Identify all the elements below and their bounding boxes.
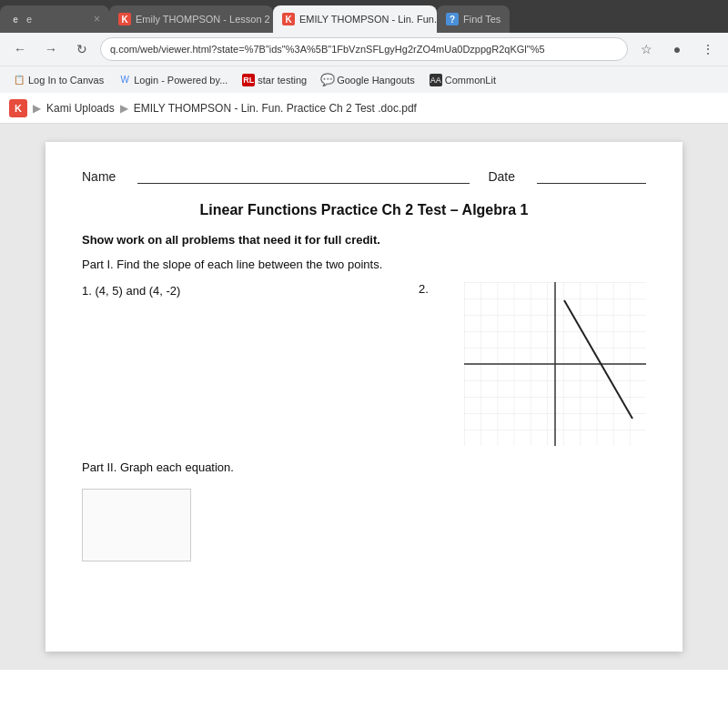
problem1-number: 1.: [82, 284, 92, 298]
browser-chrome: e e × K Emily THOMPSON - Lesson 2 Li... …: [0, 0, 728, 93]
filepath-folder[interactable]: Kami Uploads: [46, 102, 115, 115]
bookmark-canvas[interactable]: 📋 Log In to Canvas: [7, 72, 109, 88]
kami-logo: K: [9, 99, 27, 117]
canvas-icon: 📋: [13, 74, 25, 86]
tab-4[interactable]: ? Find Tes: [437, 5, 510, 33]
bookmark-login-label: Login - Powered by...: [134, 75, 228, 86]
filepath-filename: EMILY THOMPSON - Lin. Fun. Practice Ch 2…: [134, 102, 417, 115]
name-label: Name: [82, 169, 116, 184]
bookmark-commonlit[interactable]: AA CommonLit: [424, 72, 501, 88]
star-testing-icon: RL: [242, 74, 255, 86]
address-bar-row: ← → ↻ ☆ ● ⋮: [0, 33, 728, 66]
problem1-coords: (4, 5) and (4, -2): [95, 284, 180, 298]
tab-bar: e e × K Emily THOMPSON - Lesson 2 Li... …: [0, 0, 728, 33]
menu-button[interactable]: ⋮: [695, 36, 721, 62]
forward-button[interactable]: →: [38, 36, 64, 62]
date-line: [537, 183, 646, 184]
tab-3[interactable]: K EMILY THOMPSON - Lin. Fun. Pr... ×: [273, 5, 437, 33]
bookmark-commonlit-label: CommonLit: [445, 75, 496, 86]
name-line: [137, 183, 470, 184]
tab-1[interactable]: e e ×: [0, 5, 109, 33]
graph-svg: [464, 282, 646, 446]
name-date-row: Name Date: [82, 169, 646, 184]
bottom-section: [82, 489, 646, 561]
tab-4-label: Find Tes: [463, 14, 500, 25]
tab-2[interactable]: K Emily THOMPSON - Lesson 2 Li... ×: [109, 5, 273, 33]
tab-2-icon: K: [118, 13, 131, 25]
bookmark-canvas-label: Log In to Canvas: [28, 75, 104, 86]
hangouts-icon: 💬: [321, 74, 334, 86]
tab-1-icon: e: [9, 13, 22, 25]
problem2-label: 2.: [419, 282, 446, 296]
tab-2-label: Emily THOMPSON - Lesson 2 Li...: [136, 14, 273, 25]
content-area: Name Date Linear Functions Practice Ch 2…: [0, 124, 728, 670]
bookmarks-bar: 📋 Log In to Canvas W Login - Powered by.…: [0, 66, 728, 93]
coordinate-graph: [464, 282, 646, 446]
document-page: Name Date Linear Functions Practice Ch 2…: [46, 142, 682, 652]
part1-heading: Part I. Find the slope of each line betw…: [82, 258, 646, 271]
doc-title: Linear Functions Practice Ch 2 Test – Al…: [82, 202, 646, 218]
tab-1-label: e: [26, 14, 32, 25]
bookmark-login[interactable]: W Login - Powered by...: [113, 72, 233, 88]
commonlit-icon: AA: [430, 74, 442, 86]
login-icon: W: [118, 74, 131, 86]
bookmark-hangouts-label: Google Hangouts: [337, 75, 415, 86]
bookmark-star-testing[interactable]: RL star testing: [237, 72, 312, 88]
extensions-button[interactable]: ●: [664, 36, 690, 62]
problem-left: 1. (4, 5) and (4, -2): [82, 282, 400, 298]
small-graph: [82, 489, 191, 561]
part2-heading: Part II. Graph each equation.: [82, 460, 646, 474]
filepath-arrow: ▶: [33, 102, 41, 115]
tab-1-close[interactable]: ×: [94, 13, 100, 25]
filepath-sep2: ▶: [120, 102, 128, 115]
reload-button[interactable]: ↻: [69, 36, 95, 62]
problem-row: 1. (4, 5) and (4, -2) 2.: [82, 282, 646, 446]
date-label: Date: [488, 169, 515, 184]
address-input[interactable]: [100, 37, 628, 61]
filepath-bar: K ▶ Kami Uploads ▶ EMILY THOMPSON - Lin.…: [0, 93, 728, 124]
tab-3-icon: K: [282, 13, 295, 25]
bookmark-star-testing-label: star testing: [258, 75, 307, 86]
bookmark-star[interactable]: ☆: [633, 36, 659, 62]
tab-3-label: EMILY THOMPSON - Lin. Fun. Pr...: [299, 14, 437, 25]
tab-4-icon: ?: [446, 13, 459, 25]
bookmark-hangouts[interactable]: 💬 Google Hangouts: [316, 72, 420, 88]
problem1-text: 1. (4, 5) and (4, -2): [82, 284, 180, 298]
doc-instruction: Show work on all problems that need it f…: [82, 233, 646, 247]
back-button[interactable]: ←: [7, 36, 33, 62]
